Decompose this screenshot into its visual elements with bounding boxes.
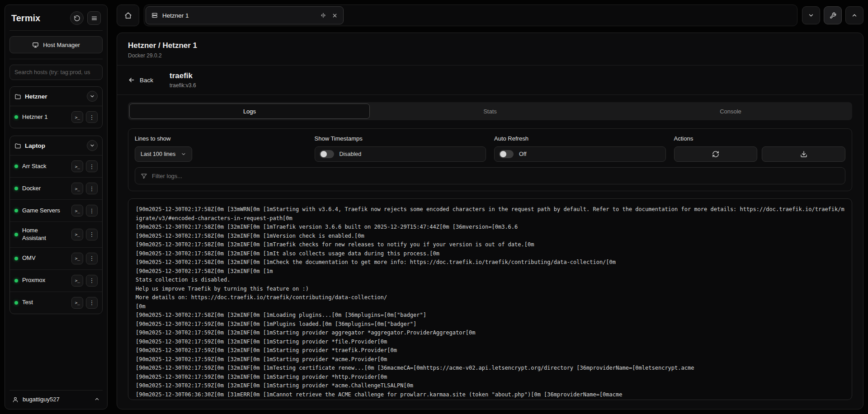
collapse-down-button[interactable] [802,6,820,24]
log-line: [90m2025-12-30T02:17:59Z[0m [32mINF[0m [… [136,381,844,390]
refresh-logs-button[interactable] [674,146,758,162]
filter-logs-input[interactable] [152,173,840,179]
controls-grid: Lines to show Last 100 lines Show Timest… [135,135,845,162]
close-tab-icon[interactable] [332,13,338,19]
tab-strip: Hetzner 1 [144,5,797,26]
auto-refresh-toggle[interactable] [499,150,514,158]
download-icon [800,151,807,158]
collapse-up-button[interactable] [845,6,863,24]
host-terminal-button[interactable]: >_ [71,183,83,194]
log-line: [90m2025-12-30T02:17:58Z[0m [32mINF[0m [… [136,311,844,320]
search-hosts-input[interactable] [9,65,103,80]
view-tabs: Logs Stats Console [128,102,852,120]
terminal-icon: >_ [75,164,80,169]
group-header[interactable]: Hetzner [10,87,102,106]
host-terminal-button[interactable]: >_ [71,160,83,172]
breadcrumb: Hetzner / Hetzner 1 [128,41,852,50]
back-label: Back [140,77,153,84]
host-item[interactable]: Proxmox >_ ⋮ [10,270,102,292]
log-line: [90m2025-12-30T02:17:59Z[0m [32mINF[0m [… [136,329,844,338]
lines-select-value: Last 100 lines [141,151,175,157]
tab-hetzner-1[interactable]: Hetzner 1 [146,6,344,24]
host-terminal-button[interactable]: >_ [71,297,83,309]
log-line: [0m [136,302,844,311]
hamburger-icon [91,15,98,22]
log-output[interactable]: [90m2025-12-30T02:17:58Z[0m [33mWRN[0m [… [128,198,852,400]
kebab-menu-icon: ⋮ [89,300,95,306]
reload-button[interactable] [70,11,84,25]
tools-button[interactable] [824,6,842,24]
host-label: Proxmox [22,277,61,284]
back-button[interactable]: Back [128,76,153,84]
monitor-icon [32,42,39,48]
show-timestamps-label: Show Timestamps [315,135,486,142]
sidebar-header-buttons [70,11,101,25]
chevron-up-icon[interactable] [94,396,100,402]
host-menu-button[interactable]: ⋮ [86,275,98,287]
host-menu-button[interactable]: ⋮ [86,205,98,216]
host-item[interactable]: Docker >_ ⋮ [10,178,102,200]
host-menu-button[interactable]: ⋮ [86,111,98,123]
split-pane-icon[interactable] [320,12,326,19]
download-logs-button[interactable] [762,146,845,162]
host-actions: >_ ⋮ [71,111,98,123]
container-name: traefik [170,71,196,80]
host-group: Hetzner Hetzner 1 >_ ⋮ [9,86,103,128]
menu-button[interactable] [87,11,101,25]
sidebar-footer[interactable]: bugattiguy527 [9,390,103,404]
status-online-dot [14,165,18,168]
host-terminal-button[interactable]: >_ [71,111,83,123]
terminal-icon: >_ [75,256,80,261]
timestamps-toggle[interactable] [320,150,334,158]
lines-select[interactable]: Last 100 lines [135,146,192,162]
host-item[interactable]: Hetzner 1 >_ ⋮ [10,106,102,128]
kebab-menu-icon: ⋮ [89,231,95,237]
log-line: [90m2025-12-30T02:17:59Z[0m [32mINF[0m [… [136,373,844,382]
host-item[interactable]: OMV >_ ⋮ [10,248,102,270]
auto-refresh-toggle-box: Off [494,146,666,162]
host-terminal-button[interactable]: >_ [71,205,83,216]
group-collapse-button[interactable] [87,140,98,151]
show-timestamps-group: Show Timestamps Disabled [315,135,486,162]
refresh-icon [712,151,719,158]
folder-icon [14,142,21,149]
host-terminal-button[interactable]: >_ [71,275,83,287]
host-item[interactable]: Home Assistant >_ ⋮ [10,222,102,248]
host-menu-button[interactable]: ⋮ [86,229,98,240]
status-online-dot [14,187,18,190]
sidebar-header: Termix [9,10,103,31]
host-terminal-button[interactable]: >_ [71,253,83,264]
host-item[interactable]: Game Servers >_ ⋮ [10,200,102,222]
host-manager-button[interactable]: Host Manager [9,36,103,53]
host-label: Game Servers [22,207,61,215]
log-line: [90m2025-12-30T02:17:59Z[0m [32mINF[0m [… [136,338,844,347]
home-icon [124,12,132,19]
host-menu-button[interactable]: ⋮ [86,253,98,264]
tab-console[interactable]: Console [610,104,851,119]
host-terminal-button[interactable]: >_ [71,229,83,240]
log-line: [90m2025-12-30T02:17:59Z[0m [32mINF[0m [… [136,346,844,355]
home-button[interactable] [117,5,139,26]
tab-stats[interactable]: Stats [370,104,610,119]
log-controls: Lines to show Last 100 lines Show Timest… [128,128,852,191]
tab-bar: Hetzner 1 [117,5,863,26]
container-header: Back traefik traefik:v3.6 [117,66,863,95]
terminal-icon: >_ [75,186,80,191]
host-menu-button[interactable]: ⋮ [86,183,98,194]
container-image: traefik:v3.6 [170,82,196,89]
host-menu-button[interactable]: ⋮ [86,297,98,309]
host-menu-button[interactable]: ⋮ [86,160,98,172]
actions-group: Actions [674,135,846,162]
tab-logs[interactable]: Logs [129,104,370,119]
group-collapse-button[interactable] [87,91,98,102]
host-item[interactable]: Test >_ ⋮ [10,292,102,314]
auto-refresh-group: Auto Refresh Off [494,135,666,162]
host-actions: >_ ⋮ [71,229,98,240]
group-header[interactable]: Laptop [10,136,102,155]
log-line: [90m2025-12-30T02:17:58Z[0m [32mINF[0m [… [136,232,844,241]
terminal-icon: >_ [75,278,80,283]
host-label: Docker [22,185,61,193]
auto-refresh-label: Auto Refresh [494,135,666,142]
host-item[interactable]: Arr Stack >_ ⋮ [10,155,102,178]
log-line: Stats collection is disabled. [136,276,844,285]
